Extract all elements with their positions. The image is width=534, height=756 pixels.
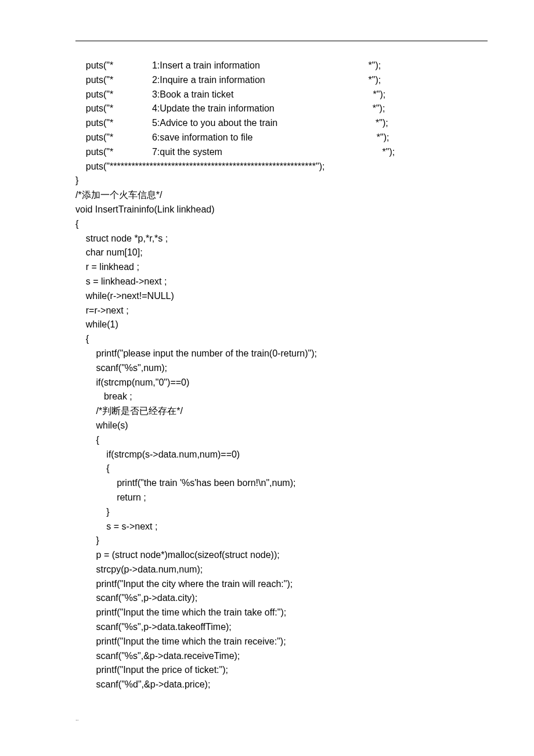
page-container: puts("* 1:Insert a train information *")… — [0, 0, 534, 756]
top-horizontal-rule — [75, 41, 488, 41]
code-content: puts("* 1:Insert a train information *")… — [75, 59, 488, 692]
footer-dots: .. — [75, 715, 488, 722]
